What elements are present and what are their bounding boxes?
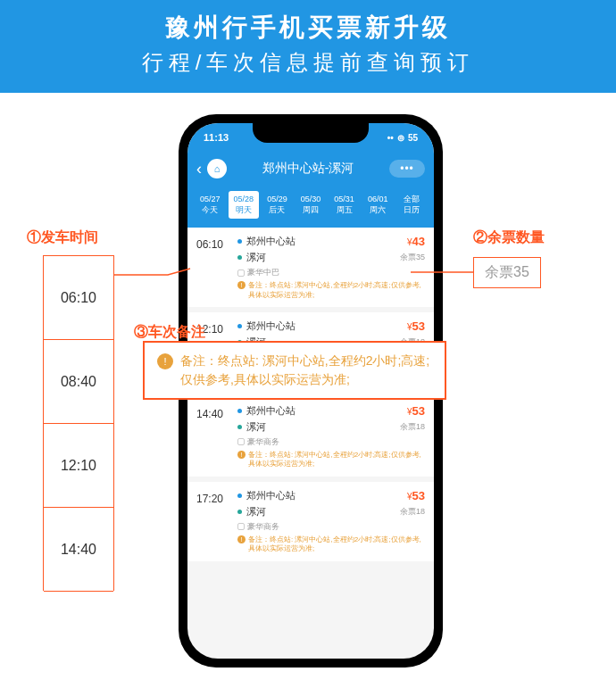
more-button[interactable]: ••• bbox=[389, 160, 425, 178]
date-tab-date: 05/31 bbox=[329, 195, 360, 205]
date-tab[interactable]: 05/27今天 bbox=[195, 191, 226, 219]
home-button[interactable]: ⌂ bbox=[207, 159, 227, 178]
trip-from: 郑州中心站 bbox=[237, 319, 296, 333]
date-tab[interactable]: 05/28明天 bbox=[229, 191, 260, 219]
trip-to: 漯河 bbox=[237, 420, 266, 434]
back-button[interactable]: ‹ bbox=[196, 160, 202, 178]
dot-icon bbox=[237, 324, 242, 328]
info-icon: ! bbox=[237, 451, 246, 459]
battery-icon: 55 bbox=[408, 133, 418, 143]
date-tab-date: 全部 bbox=[395, 195, 427, 205]
ticket-callout: 余票35 bbox=[473, 257, 541, 288]
info-icon: ! bbox=[237, 281, 246, 289]
banner-subtitle: 行程/车次信息提前查询预订 bbox=[0, 48, 616, 77]
date-tab[interactable]: 05/30周四 bbox=[296, 191, 327, 219]
wifi-icon: ⊚ bbox=[397, 133, 404, 143]
annotation-depart-time: ①发车时间 bbox=[27, 228, 98, 247]
status-time: 11:13 bbox=[204, 132, 229, 143]
trip-price: ¥53 bbox=[407, 404, 425, 418]
date-tab-label: 明天 bbox=[229, 205, 260, 216]
date-tab-date: 05/29 bbox=[262, 195, 293, 205]
trip-type: 豪华商务 bbox=[237, 436, 425, 448]
date-tab[interactable]: 06/01周六 bbox=[362, 191, 394, 219]
trip-tickets: 余票18 bbox=[400, 421, 425, 433]
trip-time: 17:20 bbox=[196, 489, 229, 554]
date-tab-label: 日历 bbox=[395, 205, 427, 216]
phone-notch bbox=[253, 123, 369, 143]
trip-to: 漯河 bbox=[237, 251, 266, 264]
trip-from: 郑州中心站 bbox=[237, 489, 296, 502]
signal-icon: •• bbox=[387, 133, 394, 143]
trip-item[interactable]: 17:20 郑州中心站 ¥53 漯河 余票18 豪华商务 !备注：终点站: 漯河… bbox=[187, 482, 434, 561]
trip-time: 06:10 bbox=[196, 235, 229, 300]
note-callout-text: 备注：终点站: 漯河中心站,全程约2小时;高速;仅供参考,具体以实际运营为准; bbox=[180, 352, 432, 389]
annotation-note: ③车次备注 bbox=[134, 323, 205, 342]
note-badge-icon: ! bbox=[157, 353, 173, 369]
trip-from: 郑州中心站 bbox=[237, 404, 296, 418]
annotation-tickets: ②余票数量 bbox=[473, 228, 545, 247]
date-tab-label: 周六 bbox=[362, 205, 394, 216]
trip-time: 14:40 bbox=[196, 404, 229, 469]
trip-price: ¥53 bbox=[407, 489, 425, 502]
dot-icon bbox=[237, 239, 242, 244]
ladder-time: 06:10 bbox=[44, 255, 113, 340]
dot-icon bbox=[237, 255, 242, 260]
trip-item[interactable]: 14:40 郑州中心站 ¥53 漯河 余票18 豪华商务 !备注：终点站: 漯河… bbox=[187, 397, 434, 477]
trip-type: 豪华商务 bbox=[237, 521, 425, 533]
checkbox-icon bbox=[237, 523, 245, 530]
promo-banner: 豫州行手机买票新升级 行程/车次信息提前查询预订 bbox=[0, 0, 616, 93]
date-tab-date: 05/30 bbox=[296, 195, 327, 205]
dot-icon bbox=[237, 493, 242, 498]
trip-body: 郑州中心站 ¥43 漯河 余票35 豪华中巴 !备注：终点站: 漯河中心站,全程… bbox=[237, 235, 425, 300]
dot-icon bbox=[237, 409, 242, 413]
trip-tickets: 余票18 bbox=[400, 506, 425, 518]
nav-bar: ‹ ⌂ 郑州中心站-漯河 ••• bbox=[187, 152, 434, 186]
date-tab-date: 05/28 bbox=[229, 195, 260, 205]
date-tab-label: 周四 bbox=[296, 205, 327, 216]
date-tab-label: 周五 bbox=[329, 205, 360, 216]
dot-icon bbox=[237, 510, 242, 514]
callout-line-2 bbox=[411, 261, 475, 278]
trip-body: 郑州中心站 ¥53 漯河 余票18 豪华商务 !备注：终点站: 漯河中心站,全程… bbox=[237, 489, 425, 554]
time-ladder: 06:1008:4012:1014:40 bbox=[43, 255, 114, 591]
trip-to: 漯河 bbox=[237, 505, 266, 518]
status-icons: •• ⊚ 55 bbox=[387, 133, 418, 143]
date-tab[interactable]: 全部日历 bbox=[395, 191, 427, 219]
trip-body: 郑州中心站 ¥53 漯河 余票18 豪华商务 !备注：终点站: 漯河中心站,全程… bbox=[237, 404, 425, 469]
trip-note: !备注：终点站: 漯河中心站,全程约2小时;高速;仅供参考,具体以实际运营为准; bbox=[237, 281, 425, 300]
date-tab-label: 今天 bbox=[195, 205, 226, 216]
dot-icon bbox=[237, 425, 242, 429]
date-tabs: 05/27今天05/28明天05/29后天05/30周四05/31周五06/01… bbox=[187, 186, 434, 228]
date-tab-date: 06/01 bbox=[362, 195, 394, 205]
note-callout: ! 备注：终点站: 漯河中心站,全程约2小时;高速;仅供参考,具体以实际运营为准… bbox=[143, 341, 446, 400]
ladder-time: 14:40 bbox=[44, 507, 113, 592]
trip-item[interactable]: 06:10 郑州中心站 ¥43 漯河 余票35 豪华中巴 !备注：终点站: 漯河… bbox=[187, 228, 434, 307]
nav-title: 郑州中心站-漯河 bbox=[227, 161, 389, 177]
date-tab-date: 05/27 bbox=[195, 195, 226, 205]
trip-note: !备注：终点站: 漯河中心站,全程约2小时;高速;仅供参考,具体以实际运营为准; bbox=[237, 535, 425, 554]
callout-line-1 bbox=[114, 266, 195, 284]
info-icon: ! bbox=[237, 535, 246, 543]
trip-price: ¥53 bbox=[407, 319, 425, 333]
date-tab[interactable]: 05/31周五 bbox=[329, 191, 360, 219]
date-tab-label: 后天 bbox=[262, 205, 293, 216]
checkbox-icon bbox=[237, 438, 245, 445]
checkbox-icon bbox=[237, 270, 245, 277]
trip-price: ¥43 bbox=[407, 235, 425, 248]
banner-title: 豫州行手机买票新升级 bbox=[0, 11, 616, 45]
trip-from: 郑州中心站 bbox=[237, 235, 296, 248]
trip-note: !备注：终点站: 漯河中心站,全程约2小时;高速;仅供参考,具体以实际运营为准; bbox=[237, 451, 425, 469]
trip-type: 豪华中巴 bbox=[237, 267, 425, 278]
date-tab[interactable]: 05/29后天 bbox=[262, 191, 293, 219]
ladder-time: 12:10 bbox=[44, 423, 113, 508]
ladder-time: 08:40 bbox=[44, 339, 113, 424]
